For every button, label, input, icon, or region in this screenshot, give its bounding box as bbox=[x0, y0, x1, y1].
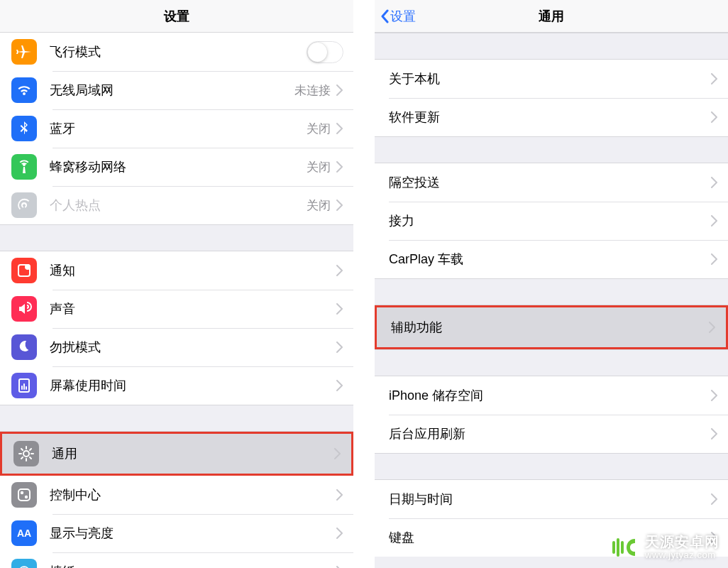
wifi-value: 未连接 bbox=[294, 82, 331, 99]
chevron-right-icon bbox=[711, 177, 718, 188]
row-hotspot[interactable]: 个人热点 关闭 bbox=[0, 186, 353, 224]
svg-point-3 bbox=[23, 451, 29, 457]
chevron-right-icon bbox=[336, 528, 343, 539]
sounds-label: 声音 bbox=[50, 300, 336, 317]
chevron-right-icon bbox=[336, 342, 343, 353]
chevron-right-icon bbox=[334, 448, 341, 459]
bluetooth-value: 关闭 bbox=[307, 121, 331, 137]
right-title: 通用 bbox=[539, 8, 564, 25]
svg-text:AA: AA bbox=[17, 528, 31, 539]
storage-label: iPhone 储存空间 bbox=[389, 387, 711, 404]
chevron-right-icon bbox=[336, 489, 343, 501]
row-iphone-storage[interactable]: iPhone 储存空间 bbox=[375, 376, 728, 415]
svg-point-6 bbox=[25, 496, 28, 498]
row-wallpaper[interactable]: 墙纸 bbox=[0, 552, 353, 568]
svg-point-1 bbox=[25, 264, 31, 270]
row-general[interactable]: 通用 bbox=[2, 434, 351, 474]
update-label: 软件更新 bbox=[389, 109, 711, 126]
chevron-right-icon bbox=[336, 161, 343, 173]
row-control-center[interactable]: 控制中心 bbox=[0, 476, 353, 514]
chevron-right-icon bbox=[336, 123, 343, 134]
row-cellular[interactable]: 蜂窝移动网络 关闭 bbox=[0, 148, 353, 186]
accessibility-label: 辅助功能 bbox=[391, 319, 709, 336]
row-datetime[interactable]: 日期与时间 bbox=[375, 480, 728, 518]
chevron-right-icon bbox=[336, 84, 343, 96]
general-icon bbox=[13, 441, 39, 466]
chevron-right-icon bbox=[709, 322, 716, 333]
row-handoff[interactable]: 接力 bbox=[375, 202, 728, 240]
watermark-url: www.jytyaz.com bbox=[645, 550, 719, 561]
row-screentime[interactable]: 屏幕使用时间 bbox=[0, 366, 353, 405]
row-notifications[interactable]: 通知 bbox=[0, 251, 353, 290]
chevron-right-icon bbox=[711, 111, 718, 123]
wifi-icon bbox=[11, 77, 37, 103]
left-header: 设置 bbox=[0, 0, 353, 33]
chevron-right-icon bbox=[711, 390, 718, 401]
chevron-right-icon bbox=[711, 428, 718, 439]
chevron-right-icon bbox=[711, 73, 718, 84]
about-label: 关于本机 bbox=[389, 70, 711, 87]
row-bg-refresh[interactable]: 后台应用刷新 bbox=[375, 415, 728, 453]
left-title: 设置 bbox=[164, 8, 189, 25]
row-airplane-mode[interactable]: 飞行模式 bbox=[0, 33, 353, 71]
row-sounds[interactable]: 声音 bbox=[0, 290, 353, 328]
screentime-icon bbox=[11, 373, 37, 398]
hotspot-label: 个人热点 bbox=[50, 197, 307, 214]
cellular-icon bbox=[11, 154, 37, 180]
airplane-icon bbox=[11, 39, 37, 65]
display-label: 显示与亮度 bbox=[50, 525, 336, 542]
bluetooth-icon bbox=[11, 116, 37, 141]
airplane-toggle[interactable] bbox=[307, 41, 343, 63]
control-center-icon bbox=[11, 482, 37, 508]
wallpaper-label: 墙纸 bbox=[50, 563, 336, 568]
chevron-right-icon bbox=[336, 380, 343, 391]
dnd-icon bbox=[11, 334, 37, 360]
chevron-right-icon bbox=[711, 215, 718, 226]
chevron-right-icon bbox=[336, 265, 343, 276]
svg-rect-4 bbox=[18, 489, 30, 501]
hotspot-value: 关闭 bbox=[307, 197, 331, 214]
general-pane: 设置 通用 关于本机 软件更新 隔空投送 接力 bbox=[375, 0, 728, 568]
svg-point-5 bbox=[21, 491, 23, 494]
row-dnd[interactable]: 勿扰模式 bbox=[0, 328, 353, 366]
airdrop-label: 隔空投送 bbox=[389, 174, 711, 191]
highlight-accessibility: 辅助功能 bbox=[375, 305, 728, 349]
back-label: 设置 bbox=[390, 8, 416, 25]
notifications-label: 通知 bbox=[50, 262, 336, 279]
back-button[interactable]: 设置 bbox=[380, 8, 416, 25]
chevron-right-icon bbox=[711, 493, 718, 505]
highlight-general: 通用 bbox=[0, 432, 353, 476]
row-bluetooth[interactable]: 蓝牙 关闭 bbox=[0, 109, 353, 148]
carplay-label: CarPlay 车载 bbox=[389, 251, 711, 268]
chevron-right-icon bbox=[336, 200, 343, 211]
watermark-name: 天源安卓网 bbox=[645, 534, 719, 550]
cellular-label: 蜂窝移动网络 bbox=[50, 158, 307, 175]
svg-rect-10 bbox=[617, 538, 619, 557]
row-wifi[interactable]: 无线局域网 未连接 bbox=[0, 71, 353, 109]
control-label: 控制中心 bbox=[50, 486, 336, 503]
airplane-label: 飞行模式 bbox=[50, 43, 307, 60]
display-icon: AA bbox=[11, 520, 37, 546]
chevron-right-icon bbox=[711, 253, 718, 265]
screentime-label: 屏幕使用时间 bbox=[50, 377, 336, 394]
hotspot-icon bbox=[11, 192, 37, 218]
wifi-label: 无线局域网 bbox=[50, 82, 294, 99]
row-about[interactable]: 关于本机 bbox=[375, 60, 728, 98]
row-accessibility[interactable]: 辅助功能 bbox=[377, 307, 726, 347]
bgrefresh-label: 后台应用刷新 bbox=[389, 425, 711, 442]
row-display[interactable]: AA 显示与亮度 bbox=[0, 514, 353, 552]
notifications-icon bbox=[11, 258, 37, 283]
row-software-update[interactable]: 软件更新 bbox=[375, 98, 728, 136]
sounds-icon bbox=[11, 296, 37, 322]
watermark: 天源安卓网 www.jytyaz.com bbox=[611, 534, 719, 561]
right-header: 设置 通用 bbox=[375, 0, 728, 33]
svg-rect-11 bbox=[621, 541, 624, 554]
bluetooth-label: 蓝牙 bbox=[50, 120, 307, 137]
svg-rect-9 bbox=[612, 541, 615, 554]
chevron-right-icon bbox=[336, 303, 343, 315]
datetime-label: 日期与时间 bbox=[389, 491, 711, 508]
row-airdrop[interactable]: 隔空投送 bbox=[375, 163, 728, 202]
watermark-logo-icon bbox=[611, 534, 638, 561]
wallpaper-icon bbox=[11, 559, 37, 568]
row-carplay[interactable]: CarPlay 车载 bbox=[375, 240, 728, 278]
